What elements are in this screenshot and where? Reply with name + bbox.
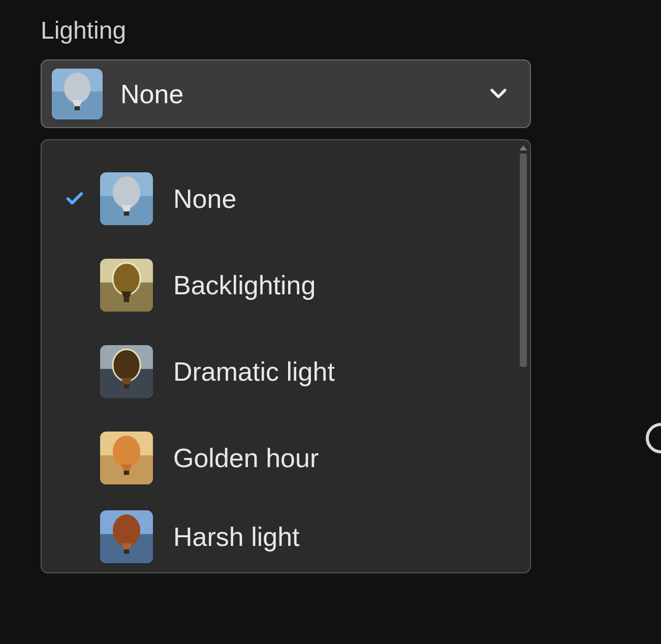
dropdown-scrollbar[interactable]: [519, 145, 528, 567]
svg-rect-37: [124, 549, 129, 554]
option-thumbnail: [100, 172, 153, 225]
option-thumbnail: [100, 432, 153, 484]
option-label: Harsh light: [173, 522, 300, 552]
lighting-dropdown: None Backlighting: [41, 139, 531, 573]
lighting-selected-label: None: [120, 79, 487, 109]
svg-rect-25: [124, 384, 129, 388]
lighting-selected-thumbnail: [52, 69, 103, 119]
svg-point-4: [64, 73, 90, 103]
lighting-option-list: None Backlighting: [42, 140, 530, 572]
lighting-select[interactable]: None: [41, 59, 531, 128]
svg-rect-5: [75, 106, 80, 110]
option-thumbnail: [100, 345, 153, 398]
svg-point-30: [113, 436, 140, 467]
option-thumbnail: [100, 510, 153, 563]
scroll-thumb[interactable]: [520, 154, 527, 367]
option-thumbnail: [100, 259, 153, 312]
scroll-up-icon: [519, 145, 527, 150]
svg-point-10: [113, 176, 140, 208]
lighting-option-harsh-light[interactable]: Harsh light: [42, 501, 530, 572]
chevron-down-icon: [487, 82, 510, 106]
lighting-option-none[interactable]: None: [42, 156, 530, 242]
svg-rect-18: [124, 298, 129, 302]
option-label: Backlighting: [173, 270, 316, 300]
lighting-option-backlighting[interactable]: Backlighting: [42, 242, 530, 328]
check-icon: [65, 189, 85, 209]
lighting-option-dramatic-light[interactable]: Dramatic light: [42, 328, 530, 415]
lighting-section-label: Lighting: [41, 16, 620, 44]
option-label: None: [173, 183, 236, 214]
svg-rect-31: [124, 471, 129, 475]
svg-point-36: [113, 514, 140, 546]
option-label: Dramatic light: [173, 356, 335, 387]
svg-rect-11: [124, 211, 129, 216]
lighting-option-golden-hour[interactable]: Golden hour: [42, 415, 530, 501]
option-label: Golden hour: [173, 443, 319, 473]
